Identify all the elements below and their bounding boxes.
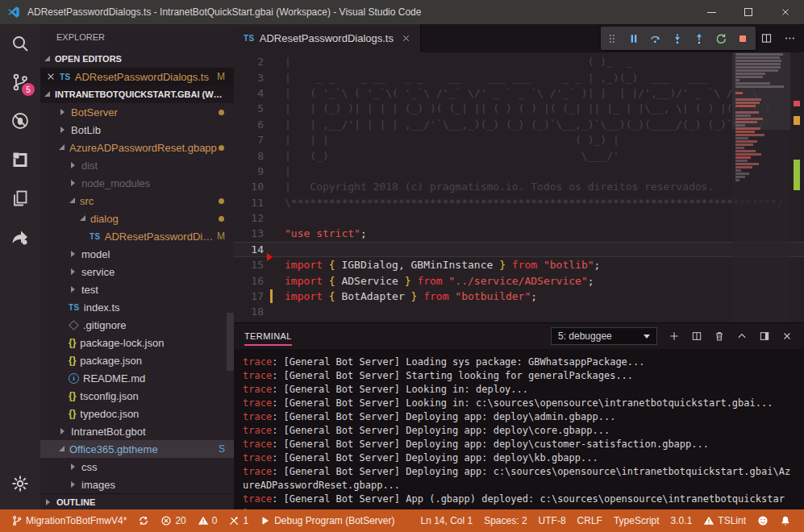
- tab-adresetpassworddialogs[interactable]: TS ADResetPasswordDialogs.ts: [234, 24, 421, 52]
- step-out-button[interactable]: [688, 27, 710, 50]
- open-editor-item[interactable]: TS ADResetPasswordDialogs.ts M: [40, 68, 234, 85]
- activity-item-extensions[interactable]: [0, 140, 40, 179]
- line-number[interactable]: 6: [234, 118, 264, 131]
- close-panel-button[interactable]: [781, 330, 793, 342]
- code-line-16: 16import { ADService } from "../service/…: [234, 272, 804, 288]
- new-terminal-button[interactable]: [669, 330, 680, 342]
- tasks-status[interactable]: 1: [223, 509, 253, 532]
- language-mode[interactable]: TypeScript: [609, 509, 664, 532]
- tree-item-package-json[interactable]: {}package.json: [40, 351, 234, 369]
- workspace-section-header[interactable]: INTRANETBOTQUICKSTART.GBAI (WORKSPACE): [40, 85, 234, 103]
- tree-item-service[interactable]: service: [40, 263, 234, 281]
- code-line-13: 13"use strict";: [234, 226, 804, 241]
- tree-item-package-lock-json[interactable]: {}package-lock.json: [40, 334, 234, 351]
- code-text: | _ _ _ __ _ _ __ ___ ___ _ _ | ,_)(_) _…: [285, 72, 745, 84]
- tree-item-src[interactable]: src: [40, 192, 234, 210]
- encoding[interactable]: UTF-8: [534, 509, 571, 532]
- line-number[interactable]: 10: [234, 181, 264, 193]
- activity-item-source-control[interactable]: 5: [0, 63, 40, 102]
- line-number[interactable]: 5: [234, 102, 264, 114]
- toggle-panel-position-button[interactable]: [759, 330, 770, 342]
- sync-status[interactable]: [133, 509, 154, 532]
- tree-item-readme-md[interactable]: iREADME.md: [40, 369, 234, 387]
- kill-terminal-button[interactable]: [714, 330, 725, 342]
- code-editor[interactable]: 2| ( )_ _3| _ _ _ __ _ _ __ ___ ___ _ _ …: [234, 52, 804, 322]
- errors-status[interactable]: 20: [156, 509, 190, 532]
- warnings-status[interactable]: 0: [193, 509, 223, 532]
- cursor-position[interactable]: Ln 14, Col 1: [415, 509, 477, 532]
- line-number[interactable]: 7: [234, 134, 264, 146]
- line-number[interactable]: 9: [234, 165, 264, 177]
- tree-item-intranetbot-gbot[interactable]: IntranetBot.gbot: [40, 422, 234, 440]
- tree-item-dialog[interactable]: dialog: [40, 210, 234, 227]
- terminal-tab[interactable]: TERMINAL: [244, 331, 292, 346]
- tree-item-css[interactable]: css: [40, 458, 234, 476]
- tree-item-office365-gbtheme[interactable]: Office365.gbthemeS: [40, 440, 234, 458]
- typescript-version[interactable]: 3.0.1: [666, 509, 698, 532]
- tslint-status[interactable]: TSLint: [698, 509, 751, 532]
- feedback[interactable]: [752, 509, 773, 532]
- pause-button[interactable]: [623, 27, 644, 50]
- restart-button[interactable]: [710, 27, 731, 50]
- tree-item-typedoc-json[interactable]: {}typedoc.json: [40, 405, 234, 422]
- line-number[interactable]: 17: [234, 290, 264, 302]
- step-into-button[interactable]: [666, 27, 688, 50]
- open-editors-header[interactable]: OPEN EDITORS: [40, 50, 234, 68]
- code-line-8: 8| (_) \___/': [234, 148, 804, 163]
- tree-item-dist[interactable]: dist: [40, 156, 234, 174]
- activity-item-docs[interactable]: [0, 179, 40, 218]
- more-actions-button[interactable]: [784, 32, 796, 44]
- minimize-button[interactable]: [693, 0, 730, 24]
- activity-item-search[interactable]: [0, 24, 40, 63]
- tree-item-tsconfig-json[interactable]: {}tsconfig.json: [40, 387, 234, 405]
- line-number[interactable]: 4: [234, 87, 264, 99]
- line-number[interactable]: 15: [234, 259, 264, 271]
- terminal-selector-dropdown[interactable]: 5: debuggee: [551, 327, 657, 345]
- sidebar-scrollbar[interactable]: [227, 313, 234, 371]
- tree-item-botlib[interactable]: BotLib: [40, 121, 234, 139]
- drag-handle-button[interactable]: [601, 27, 623, 50]
- debug-launch-status[interactable]: Debug Program (BotServer): [255, 509, 399, 532]
- minimap[interactable]: [732, 52, 790, 322]
- outline-section-header[interactable]: OUTLINE: [40, 493, 234, 509]
- line-number[interactable]: 18: [234, 305, 264, 318]
- git-branch-status[interactable]: MigrationToBotFmwV4*: [6, 509, 131, 532]
- tree-item-images[interactable]: images: [40, 476, 234, 493]
- tree-item-gitignore[interactable]: .gitignore: [40, 316, 234, 334]
- tree-item-test[interactable]: test: [40, 281, 234, 298]
- close-tab-icon[interactable]: [402, 34, 410, 43]
- line-number[interactable]: 13: [234, 227, 264, 239]
- activity-item-share[interactable]: [0, 218, 40, 256]
- tree-item-azureadpasswordreset-gbapp[interactable]: AzureADPasswordReset.gbapp: [40, 139, 234, 156]
- step-over-button[interactable]: [644, 27, 666, 50]
- terminal-output[interactable]: trace: [General Bot Server] Loading sys …: [234, 349, 804, 509]
- close-button[interactable]: [767, 0, 804, 24]
- tree-item-label: ADResetPasswordDialogs.ts: [105, 231, 217, 243]
- tree-item-adresetpassworddialogs-ts[interactable]: TSADResetPasswordDialogs.tsM: [40, 227, 234, 245]
- maximize-button[interactable]: [730, 0, 767, 24]
- close-editor-icon[interactable]: [47, 73, 55, 81]
- line-number[interactable]: 3: [234, 72, 264, 84]
- indentation[interactable]: Spaces: 2: [479, 509, 531, 532]
- activity-item-settings[interactable]: [0, 464, 40, 503]
- line-number[interactable]: 12: [234, 212, 264, 224]
- tree-item-botserver[interactable]: BotServer: [40, 103, 234, 121]
- tree-item-label: node_modules: [81, 177, 150, 189]
- tree-item-node-modules[interactable]: node_modules: [40, 174, 234, 192]
- maximize-panel-button[interactable]: [736, 330, 748, 342]
- split-terminal-button[interactable]: [691, 330, 702, 342]
- split-editor-button[interactable]: [760, 32, 773, 44]
- line-number[interactable]: 8: [234, 150, 264, 162]
- tree-item-index-ts[interactable]: TSindex.ts: [40, 298, 234, 316]
- tree-item-model[interactable]: model: [40, 245, 234, 263]
- minimap-slider[interactable]: [732, 52, 790, 130]
- stop-button[interactable]: [731, 27, 753, 50]
- eol[interactable]: CRLF: [573, 509, 607, 532]
- notifications[interactable]: [775, 509, 796, 532]
- line-number[interactable]: 11: [234, 197, 264, 209]
- line-number[interactable]: 16: [234, 275, 264, 287]
- line-number[interactable]: 14: [234, 243, 264, 256]
- activity-item-debug[interactable]: [0, 102, 40, 140]
- line-number[interactable]: 2: [234, 56, 264, 68]
- overview-ruler[interactable]: [790, 52, 804, 322]
